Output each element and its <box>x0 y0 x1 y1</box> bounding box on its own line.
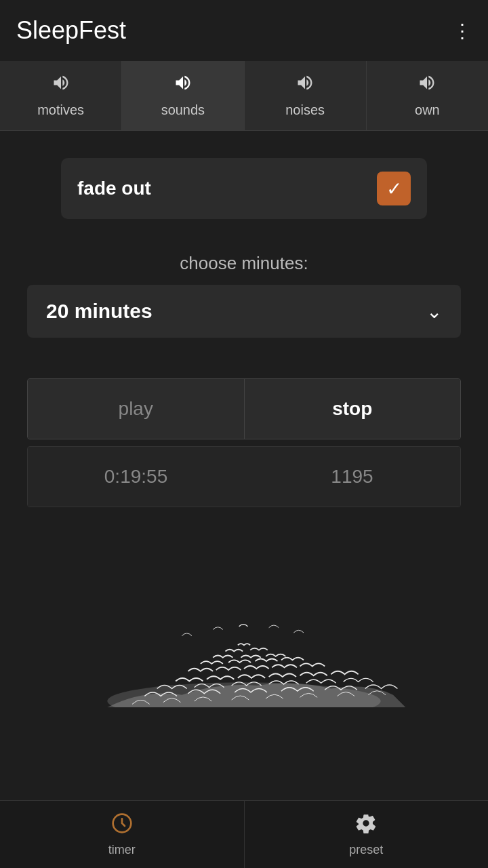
motives-icon <box>52 73 70 97</box>
noises-icon <box>296 73 314 97</box>
play-button[interactable]: play <box>28 379 245 439</box>
minutes-dropdown[interactable]: 20 minutes ⌄ <box>27 285 461 338</box>
bottom-nav-timer[interactable]: timer <box>0 801 245 868</box>
own-label: own <box>415 102 440 118</box>
choose-minutes-label: choose minutes: <box>180 253 308 274</box>
sounds-label: sounds <box>161 102 205 118</box>
own-icon <box>418 73 436 97</box>
count-display: 1195 <box>244 447 460 507</box>
tab-bar: motives sounds noises own <box>0 61 488 131</box>
chevron-down-icon: ⌄ <box>426 300 442 323</box>
play-stop-row: play stop <box>27 378 461 439</box>
tab-sounds[interactable]: sounds <box>122 61 244 130</box>
checkmark-icon: ✓ <box>386 178 402 200</box>
tab-motives[interactable]: motives <box>0 61 122 130</box>
bottom-nav-preset[interactable]: preset <box>245 801 489 868</box>
app-title: SleepFest <box>16 16 126 45</box>
timer-label: timer <box>108 843 136 857</box>
timer-icon <box>111 812 133 839</box>
timer-display: 0:19:55 <box>28 447 244 507</box>
fade-out-checkbox[interactable]: ✓ <box>377 172 411 205</box>
preset-icon <box>355 812 377 839</box>
fade-out-label: fade out <box>77 178 151 199</box>
bird-visualization <box>20 521 468 800</box>
tab-own[interactable]: own <box>367 61 488 130</box>
stop-button[interactable]: stop <box>245 379 461 439</box>
minutes-value: 20 minutes <box>46 300 152 323</box>
bottom-nav: timer preset <box>0 800 488 868</box>
noises-label: noises <box>285 102 325 118</box>
tab-noises[interactable]: noises <box>245 61 367 130</box>
preset-label: preset <box>349 843 383 857</box>
fade-out-row[interactable]: fade out ✓ <box>61 158 427 219</box>
menu-icon[interactable]: ⋮ <box>453 20 472 42</box>
sounds-icon <box>174 73 192 97</box>
timer-count-row: 0:19:55 1195 <box>27 446 461 507</box>
header: SleepFest ⋮ <box>0 0 488 61</box>
motives-label: motives <box>37 102 84 118</box>
main-content: fade out ✓ choose minutes: 20 minutes ⌄ … <box>0 131 488 800</box>
